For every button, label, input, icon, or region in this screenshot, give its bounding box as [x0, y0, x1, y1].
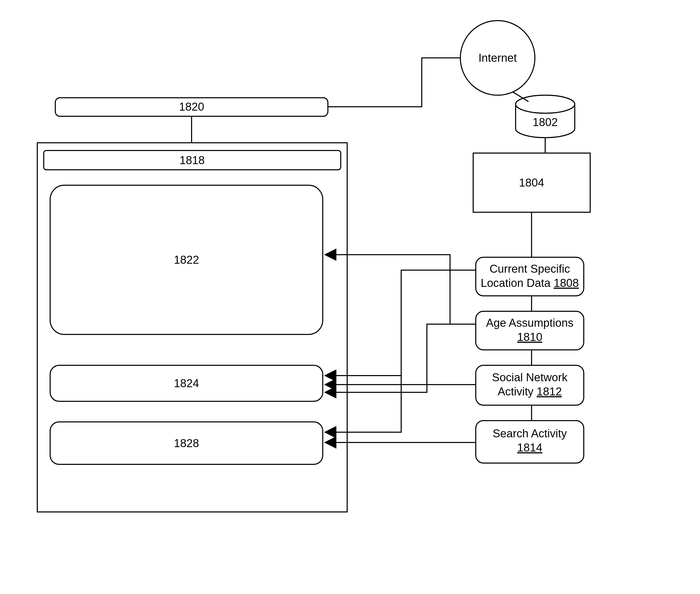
- social-line2: Activity: [498, 385, 537, 398]
- server-ref: 1804: [519, 176, 544, 189]
- conn-age-1822: [325, 255, 476, 324]
- panel-big-ref: 1822: [174, 254, 199, 266]
- server-node: 1804: [473, 153, 590, 212]
- svg-text:Activity 1812: Activity 1812: [498, 385, 562, 398]
- search-line1: Search Activity: [493, 427, 567, 440]
- social-node: Social Network Activity 1812: [476, 365, 584, 405]
- svg-point-2: [516, 95, 575, 113]
- social-ref: 1812: [537, 385, 562, 398]
- panel-mid-node: 1824: [50, 365, 323, 401]
- search-node: Search Activity 1814: [476, 421, 584, 463]
- location-line2: Location Data: [481, 276, 554, 289]
- conn-loc-1824: [325, 270, 476, 375]
- location-line1: Current Specific: [489, 262, 570, 275]
- panel-header-ref: 1818: [179, 154, 205, 166]
- age-ref: 1810: [517, 331, 542, 343]
- database-node: 1802: [516, 95, 575, 138]
- top-bar-ref: 1820: [179, 100, 204, 113]
- panel-mid-ref: 1824: [174, 377, 199, 390]
- top-bar-node: 1820: [55, 98, 328, 116]
- location-node: Current Specific Location Data 1808: [476, 257, 584, 296]
- panel-low-ref: 1828: [174, 437, 199, 450]
- panel-header-node: 1818: [44, 151, 341, 170]
- location-ref: 1808: [554, 276, 579, 289]
- search-ref: 1814: [517, 441, 542, 454]
- internet-node: Internet: [460, 21, 535, 95]
- panel-big-node: 1822: [50, 185, 323, 334]
- conn-internet-bar: [328, 58, 460, 107]
- age-node: Age Assumptions 1810: [476, 311, 584, 350]
- database-ref: 1802: [533, 116, 558, 128]
- age-line1: Age Assumptions: [486, 317, 573, 329]
- social-line1: Social Network: [492, 371, 567, 384]
- panel-low-node: 1828: [50, 422, 323, 464]
- internet-label: Internet: [478, 52, 517, 64]
- svg-text:Location Data 1808: Location Data 1808: [481, 276, 579, 289]
